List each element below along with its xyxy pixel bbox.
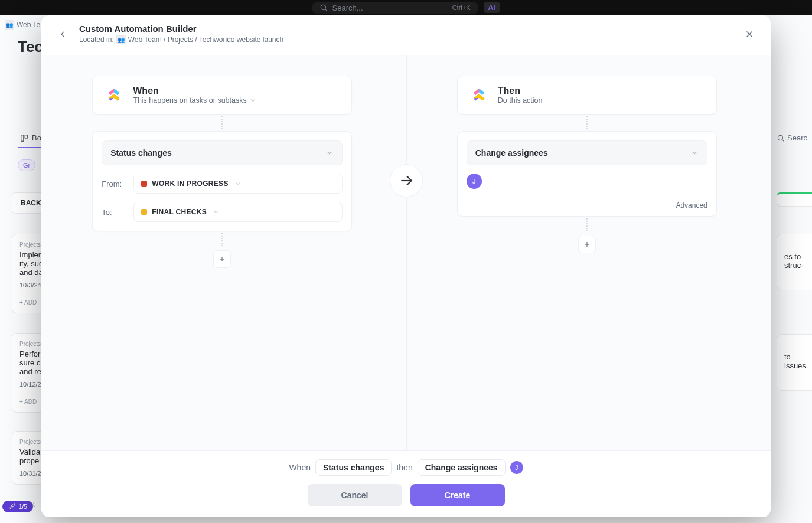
plus-icon (218, 255, 226, 263)
back-button[interactable] (54, 26, 71, 43)
when-title: When (133, 86, 256, 96)
modal-header: Custom Automation Builder Located in: 👥 … (41, 15, 771, 55)
summary-action-token: Change assignees (418, 459, 506, 476)
search-icon (319, 4, 328, 12)
automation-modal: Custom Automation Builder Located in: 👥 … (41, 15, 771, 517)
clickup-logo-icon (103, 84, 125, 106)
bg-group-chip[interactable]: Gr (18, 159, 35, 171)
from-label: From: (102, 179, 125, 188)
plus-icon (583, 240, 591, 249)
connector-line (221, 116, 223, 129)
status-color-icon (141, 209, 147, 215)
when-subtitle-dropdown[interactable]: This happens on tasks or subtasks (133, 96, 256, 104)
close-button[interactable] (741, 26, 758, 43)
team-icon: 👥 (116, 35, 126, 44)
add-trigger-button[interactable] (213, 250, 231, 268)
modal-location: Located in: 👥 Web Team / Projects / Tech… (79, 35, 733, 44)
then-title: Then (498, 86, 543, 96)
chevron-left-icon (58, 30, 67, 39)
svg-line-5 (782, 139, 784, 141)
svg-point-4 (778, 135, 782, 140)
bg-tab-board[interactable]: Bo (18, 129, 44, 148)
search-icon (777, 134, 785, 142)
svg-rect-2 (21, 135, 24, 141)
modal-title: Custom Automation Builder (79, 24, 733, 34)
to-label: To: (102, 208, 125, 217)
chevron-down-icon (234, 180, 242, 187)
automation-summary: When Status changes then Change assignee… (289, 459, 523, 476)
connector-line (221, 233, 223, 246)
rocket-icon (8, 503, 15, 510)
modal-footer: When Status changes then Change assignee… (41, 450, 771, 517)
from-status-select[interactable]: WORK IN PROGRESS (133, 174, 343, 194)
clickup-logo-icon (468, 84, 490, 106)
modal-body: When This happens on tasks or subtasks S… (41, 55, 771, 450)
summary-trigger-token: Status changes (315, 459, 392, 476)
to-status-select[interactable]: FINAL CHECKS (133, 202, 343, 222)
global-search[interactable]: Search... Ctrl+K (312, 2, 478, 14)
search-placeholder: Search... (332, 4, 363, 12)
connector-line (586, 116, 588, 129)
trigger-card: Status changes From: WORK IN PROGRESS To… (92, 131, 352, 231)
team-icon: 👥 (5, 20, 14, 30)
bg-progress-chip[interactable]: 1/5 (2, 501, 33, 512)
add-action-button[interactable] (578, 236, 596, 253)
svg-line-1 (325, 9, 327, 11)
connector-line (586, 218, 588, 231)
chevron-down-icon (249, 97, 256, 104)
ai-button[interactable]: AI (484, 2, 500, 13)
status-color-icon (141, 181, 147, 187)
svg-rect-3 (25, 135, 27, 138)
cancel-button[interactable]: Cancel (308, 484, 402, 506)
assignee-row[interactable]: J (467, 174, 707, 189)
when-column: When This happens on tasks or subtasks S… (41, 55, 406, 450)
chevron-down-icon (213, 208, 220, 215)
bg-card-right[interactable]: to issues. (777, 334, 812, 391)
search-shortcut: Ctrl+K (452, 4, 471, 11)
bg-card-right[interactable]: es to struc- (777, 234, 812, 290)
advanced-link[interactable]: Advanced (676, 201, 707, 210)
close-icon (744, 29, 755, 40)
bg-breadcrumb: 👥 Web Te (5, 20, 40, 30)
when-header-card: When This happens on tasks or subtasks (92, 76, 352, 115)
board-icon (20, 134, 28, 142)
bg-col-done (777, 192, 812, 207)
action-select[interactable]: Change assignees (467, 140, 707, 165)
svg-point-0 (321, 5, 325, 9)
create-button[interactable]: Create (410, 484, 505, 506)
action-card: Change assignees J Advanced (457, 131, 717, 217)
summary-assignee-avatar: J (510, 461, 523, 474)
chevron-down-icon (690, 149, 699, 157)
then-subtitle: Do this action (498, 96, 543, 104)
assignee-avatar[interactable]: J (467, 174, 482, 189)
app-topbar: Search... Ctrl+K AI (0, 0, 812, 15)
chevron-down-icon (325, 149, 334, 157)
bg-page-title: Tec (18, 38, 43, 56)
bg-search-field[interactable]: Searc (777, 133, 807, 142)
trigger-select[interactable]: Status changes (102, 140, 343, 165)
then-header-card: Then Do this action (457, 76, 717, 115)
then-column: Then Do this action Change assignees J A… (406, 55, 771, 450)
